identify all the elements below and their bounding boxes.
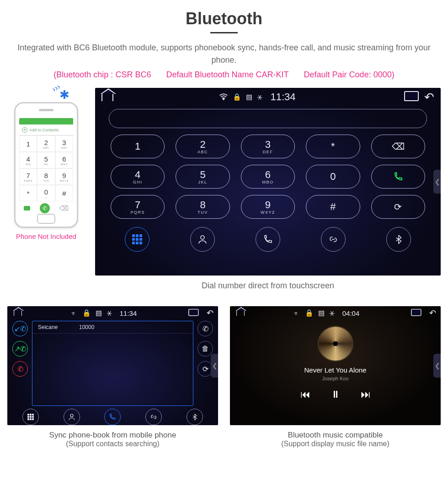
side-drawer-handle[interactable]: ❮ — [211, 354, 218, 378]
dial-key-6[interactable]: 6MBO — [241, 165, 295, 189]
dialed-calls-icon[interactable]: ↗✆ — [12, 341, 28, 357]
phone-key-3[interactable]: 3DEF — [55, 135, 73, 152]
number-input[interactable] — [109, 109, 427, 128]
nav-pair[interactable] — [321, 227, 346, 252]
phone-backspace-icon[interactable]: ⌫ — [59, 205, 69, 212]
nav-bluetooth[interactable] — [187, 409, 203, 425]
lock-icon: 🔒 — [305, 309, 314, 317]
status-icons: ᯤ 🔒 ▤ ⚹ 04:04 — [293, 309, 363, 317]
dial-key-4[interactable]: 4GHI — [111, 165, 165, 189]
bluetooth-status-icon: ⚹ — [257, 93, 263, 101]
phonebook-caption: Sync phone-book from mobile phone (Suppo… — [7, 431, 218, 448]
sd-card-icon: ▤ — [96, 309, 102, 317]
sd-card-icon: ▤ — [246, 93, 252, 101]
spec-pair: Default Pair Code: 0000) — [304, 70, 395, 79]
call-key[interactable] — [371, 165, 425, 189]
dialer-screen: 🔒 ▤ ⚹ 11:34 ↶ 12ABC3DEF*⌫4GHI5JKL6MBO07P… — [95, 88, 441, 276]
spec-chip: (Bluetooth chip : CSR BC6 — [53, 70, 151, 79]
prev-track-button[interactable]: ⏮ — [300, 389, 310, 400]
bluetooth-status-icon: ⚹ — [107, 309, 112, 317]
contact-number: 10000 — [79, 324, 94, 330]
contacts-list[interactable]: Seicane 10000 — [32, 321, 193, 406]
page-title: Bluetooth — [7, 9, 441, 28]
phone-key-7[interactable]: 7PQRS — [19, 168, 37, 185]
play-pause-button[interactable]: ⏸ — [331, 389, 341, 400]
side-drawer-handle[interactable]: ❮ — [433, 170, 441, 194]
dial-key-8[interactable]: 8TUV — [176, 195, 229, 219]
status-icons: ᯤ 🔒 ▤ ⚹ 11:34 — [71, 309, 140, 317]
back-icon[interactable]: ↶ — [424, 90, 434, 104]
nav-dialpad[interactable] — [22, 409, 39, 425]
next-track-button[interactable]: ⏭ — [361, 389, 371, 400]
dial-key-3[interactable]: 3DEF — [241, 135, 295, 158]
track-artist: Joseph Koo — [322, 376, 348, 381]
nav-bluetooth[interactable] — [386, 227, 411, 252]
dial-key-#[interactable]: # — [306, 195, 360, 219]
phone-key-#[interactable]: # — [55, 185, 73, 201]
wifi-icon: ᯤ — [293, 309, 300, 317]
add-contacts-button[interactable]: + Add to Contacts — [19, 124, 73, 135]
nav-pair[interactable] — [145, 409, 162, 425]
received-calls-icon[interactable]: ↙✆ — [12, 321, 28, 336]
clock: 11:34 — [120, 309, 137, 317]
phone-key-2[interactable]: 2ABC — [37, 135, 55, 152]
swap-key[interactable]: ⟳ — [371, 195, 425, 219]
phone-key-8[interactable]: 8TUV — [37, 168, 55, 185]
phone-key-9[interactable]: 9WXYZ — [55, 168, 73, 185]
recent-apps-icon[interactable] — [404, 93, 417, 101]
back-icon[interactable]: ↶ — [429, 308, 436, 318]
nav-contacts[interactable] — [190, 227, 215, 252]
bluetooth-icon: ✱››› — [44, 88, 85, 102]
music-screen: ᯤ 🔒 ▤ ⚹ 04:04 ↶ Never Let You Alone Jose… — [230, 306, 441, 425]
dialer-caption: Dial number direct from touchscreen — [95, 281, 441, 291]
back-icon[interactable]: ↶ — [207, 308, 213, 318]
phone-key-1[interactable]: 1 — [19, 135, 37, 152]
video-call-icon[interactable] — [24, 206, 30, 211]
lock-icon: 🔒 — [233, 93, 241, 101]
phone-call-button[interactable]: ✆ — [40, 203, 50, 213]
svg-point-1 — [201, 236, 204, 239]
phone-key-*[interactable]: * — [19, 185, 37, 201]
dial-key-5[interactable]: 5JKL — [176, 165, 229, 189]
plus-icon: + — [22, 127, 27, 133]
missed-calls-icon[interactable]: ✆ — [12, 361, 28, 377]
recent-apps-icon[interactable] — [188, 310, 197, 316]
dial-contact-icon[interactable]: ✆ — [197, 321, 213, 336]
contact-row[interactable]: Seicane 10000 — [32, 321, 193, 334]
home-icon[interactable] — [236, 310, 245, 316]
nav-call-log[interactable] — [256, 227, 280, 252]
phone-caption: Phone Not Included — [7, 232, 85, 240]
phone-key-0[interactable]: 0+ — [37, 185, 55, 201]
nav-call-log[interactable] — [104, 409, 121, 425]
dial-key-9[interactable]: 9WXYZ — [241, 195, 295, 219]
lock-icon: 🔒 — [82, 309, 91, 317]
dial-key-*[interactable]: * — [306, 135, 360, 158]
dial-key-1[interactable]: 1 — [111, 135, 165, 158]
dial-key-2[interactable]: 2ABC — [176, 135, 229, 158]
dial-key-0[interactable]: 0 — [306, 165, 360, 189]
phone-key-5[interactable]: 5JKL — [37, 152, 55, 168]
svg-point-0 — [223, 98, 224, 99]
phone-key-4[interactable]: 4GHI — [19, 152, 37, 168]
phone-key-6[interactable]: 6MNO — [55, 152, 73, 168]
home-icon[interactable] — [14, 310, 22, 316]
clock: 11:34 — [270, 91, 295, 103]
bluetooth-specs: (Bluetooth chip : CSR BC6 Default Blueto… — [7, 70, 441, 80]
dial-key-7[interactable]: 7PQRS — [111, 195, 165, 219]
delete-contact-icon[interactable]: 🗑 — [197, 341, 213, 357]
wifi-icon: ᯤ — [71, 309, 78, 317]
add-contacts-label: Add to Contacts — [29, 128, 59, 132]
backspace-key[interactable]: ⌫ — [371, 135, 425, 158]
spec-name: Default Bluetooth Name CAR-KIT — [166, 70, 288, 79]
nav-contacts[interactable] — [64, 409, 80, 425]
nav-dialpad[interactable] — [125, 227, 149, 252]
phone-mockup: + Add to Contacts 12ABC3DEF4GHI5JKL6MNO7… — [14, 102, 78, 228]
side-drawer-handle[interactable]: ❮ — [433, 354, 441, 378]
recent-apps-icon[interactable] — [411, 310, 420, 316]
home-icon[interactable] — [101, 93, 113, 101]
subtitle-text: Integrated with BC6 Bluetooth module, su… — [7, 42, 441, 66]
music-caption: Bluetooth music compatible (Support disp… — [230, 431, 441, 448]
wifi-icon — [219, 93, 228, 102]
track-title: Never Let You Alone — [304, 366, 367, 374]
title-underline — [210, 32, 238, 33]
